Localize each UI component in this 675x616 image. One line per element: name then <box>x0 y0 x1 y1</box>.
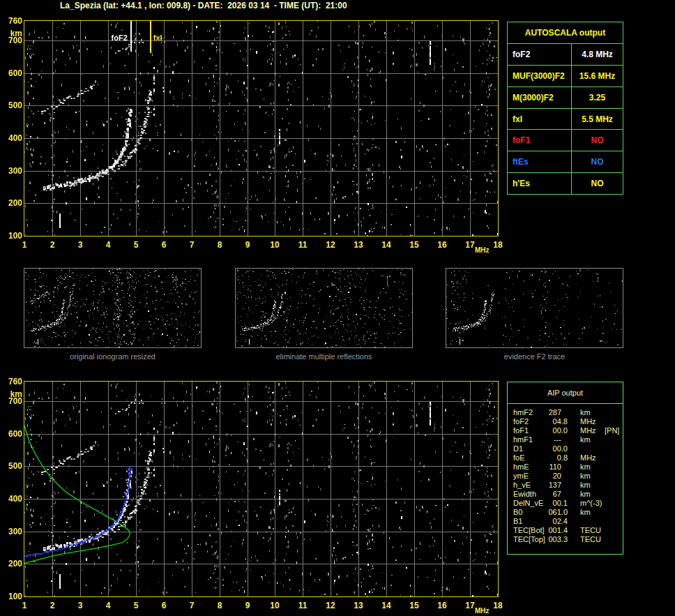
aip-label: foF2 <box>513 417 529 426</box>
autoscala-row: ftEsNO <box>508 151 623 172</box>
aip-output-table: AIP output hmF2287kmfoF204.8MHzfoF100.0M… <box>507 382 623 555</box>
aip-row: foE0.8MHz <box>508 453 623 463</box>
aip-unit: km <box>580 408 591 417</box>
aip-label: h_vE <box>513 481 531 490</box>
aip-row: B102.4 <box>508 517 623 526</box>
thumbnail-evidence-canvas <box>446 269 623 347</box>
param-value: NO <box>571 151 623 172</box>
y-tick-label: 400 <box>0 494 22 504</box>
x-tick-label: 18 <box>489 240 507 250</box>
x-tick-label: 2 <box>43 240 61 250</box>
autoscala-row: MUF(3000)F215.6 MHz <box>508 65 623 87</box>
y-tick-label: 500 <box>0 461 22 471</box>
aip-unit: m^(-3) <box>580 499 602 508</box>
thumbnail-caption-3: evidence F2 trace <box>446 352 623 361</box>
thumbnail-evidence-f2 <box>446 268 623 348</box>
x-tick-label: 16 <box>433 240 451 250</box>
y-tick-label: 100 <box>0 592 22 601</box>
thumbnail-caption-1: original ionogram resized <box>24 352 202 361</box>
aip-label: D1 <box>513 444 523 453</box>
x-tick-label: 8 <box>211 240 229 250</box>
aip-value: 061.0 <box>533 508 568 517</box>
aip-value: 02.4 <box>533 517 568 526</box>
x-tick-label: 6 <box>155 240 173 250</box>
y-tick-label: 300 <box>0 527 22 536</box>
aip-label: B0 <box>513 508 522 517</box>
aip-unit: km <box>580 481 591 490</box>
aip-note: [PN] <box>605 426 619 435</box>
autoscala-table-title: AUTOSCALA output <box>508 22 623 43</box>
x-tick-label: 15 <box>405 240 423 250</box>
aip-row: DelN_vE00.1m^(-3) <box>508 499 623 508</box>
autoscala-row: M(3000)F23.25 <box>508 87 623 108</box>
x-tick-label: 1 <box>15 601 33 610</box>
x-tick-label: 15 <box>405 601 423 610</box>
aip-unit: MHz <box>580 453 596 463</box>
bottom-ionogram-canvas <box>24 382 498 596</box>
param-label: M(3000)F2 <box>508 87 571 108</box>
aip-row: Ewidth67km <box>508 490 623 499</box>
fxi-marker-label: fxI <box>153 33 162 42</box>
x-tick-label: 1 <box>15 240 33 250</box>
top-ionogram-canvas <box>24 21 498 236</box>
aip-value: 00.1 <box>533 499 568 508</box>
x-tick-label: 3 <box>71 601 89 610</box>
y-tick-label: 760 <box>0 377 22 386</box>
param-label: foF2 <box>508 44 571 65</box>
y-tick-label: 400 <box>0 133 22 143</box>
autoscala-row: fxI5.5 MHz <box>508 108 623 130</box>
aip-value: --- <box>533 435 568 444</box>
param-value: NO <box>571 173 623 194</box>
aip-label: hmE <box>513 463 529 472</box>
bottom-ionogram-plot <box>24 381 499 597</box>
param-label: MUF(3000)F2 <box>508 66 571 87</box>
aip-unit: km <box>580 435 591 444</box>
aip-row: hmF2287km <box>508 408 623 417</box>
x-axis-unit: MHz <box>475 607 490 615</box>
top-ionogram-plot <box>24 20 499 236</box>
x-tick-label: 9 <box>238 601 257 610</box>
aip-unit: km <box>580 490 591 499</box>
aip-value: 287 <box>533 408 568 417</box>
autoscala-screen: La_Spezia (lat: +44.1 , lon: 009.8) - DA… <box>0 0 675 616</box>
aip-unit: km <box>580 463 591 472</box>
aip-table-title: AIP output <box>508 382 623 404</box>
x-tick-label: 10 <box>266 601 284 610</box>
aip-row: ymE20km <box>508 472 623 481</box>
y-tick-label: 760 <box>0 16 22 26</box>
aip-value: 001.4 <box>533 526 568 535</box>
y-tick-label: 500 <box>0 100 22 110</box>
aip-value: 67 <box>533 490 568 499</box>
x-tick-label: 13 <box>349 240 367 250</box>
y-tick-label: 200 <box>0 198 22 208</box>
aip-value: 137 <box>533 481 568 490</box>
x-tick-label: 11 <box>294 240 312 250</box>
aip-row: TEC[Bot]001.4TECU <box>508 526 623 535</box>
y-tick-label: 600 <box>0 68 22 78</box>
aip-unit: TECU <box>580 535 601 544</box>
param-label: fxI <box>508 109 571 130</box>
autoscala-row: foF24.8 MHz <box>508 43 623 65</box>
aip-unit: TECU <box>580 526 601 535</box>
aip-value: 110 <box>533 463 568 472</box>
aip-label: hmF1 <box>513 435 533 444</box>
page-title: La_Spezia (lat: +44.1 , lon: 009.8) - DA… <box>60 1 347 10</box>
param-value: 3.25 <box>571 87 623 108</box>
y-tick-label: 300 <box>0 166 22 176</box>
y-tick-label: 100 <box>0 231 22 241</box>
aip-unit: km <box>580 508 591 517</box>
thumbnail-original-canvas <box>24 269 201 347</box>
param-label: ftEs <box>508 151 571 172</box>
x-tick-label: 7 <box>183 240 201 250</box>
aip-row: hmF1---km <box>508 435 623 444</box>
x-tick-label: 2 <box>43 601 61 610</box>
param-label: foF1 <box>508 130 571 151</box>
thumbnail-original-ionogram <box>24 268 202 348</box>
aip-unit: MHz <box>580 426 596 435</box>
aip-unit: km <box>580 472 591 481</box>
aip-label: B1 <box>513 517 522 526</box>
param-value: NO <box>571 130 623 151</box>
aip-label: ymE <box>513 472 529 481</box>
aip-value: 0.8 <box>533 453 568 463</box>
aip-label: hmF2 <box>513 408 533 417</box>
